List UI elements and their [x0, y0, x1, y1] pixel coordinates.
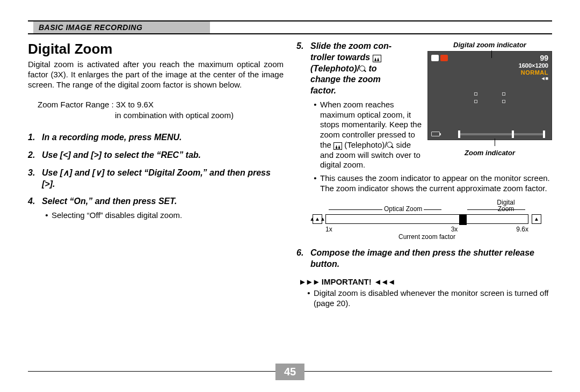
- right-key-icon: >: [45, 179, 49, 188]
- focus-bracket-icon: [474, 92, 477, 96]
- up-key-icon: ∧: [63, 168, 69, 177]
- camera-screen: 99 1600×1200 NORMAL ◄■: [427, 51, 552, 140]
- screen-mode-icons: [431, 55, 448, 61]
- intro-paragraph: Digital zoom is activated after you reac…: [28, 60, 284, 90]
- scale-96x: 9.6x: [516, 226, 528, 233]
- scale-3x: 3x: [451, 226, 458, 233]
- screen-figure: Digital zoom indicator 99 1600×1200: [427, 41, 552, 172]
- screen-top-right: 99 1600×1200 NORMAL ◄■: [519, 54, 548, 82]
- step-4: 4. Select “On,” and then press SET. Sele…: [28, 196, 284, 223]
- right-column: 5. Slide the zoom con- troller towards (…: [296, 41, 552, 311]
- zoom-bar: [325, 214, 528, 224]
- step-5-text: Slide the zoom con- troller towards (Tel…: [310, 41, 423, 172]
- digital-zoom-label: Digital Zoom: [491, 199, 521, 213]
- important-heading: ►►► IMPORTANT! ◄◄◄: [299, 277, 552, 286]
- step-5-bullet-2: This causes the zoom indicator to appear…: [310, 173, 552, 194]
- focus-bracket-icon: [474, 100, 477, 103]
- focus-bracket-icon: [502, 100, 505, 103]
- down-key-icon: ∨: [95, 168, 102, 177]
- scale-1x: 1x: [325, 226, 332, 233]
- page-number: 45: [276, 364, 305, 380]
- arrow-left-icon: ◄◄◄: [374, 277, 395, 286]
- steps-list-left: 1. In a recording mode, press MENU. 2. U…: [28, 132, 284, 223]
- two-column-content: Digital Zoom Digital zoom is activated a…: [28, 41, 552, 311]
- shots-remaining: 99: [519, 54, 548, 62]
- step-2: 2. Use [<] and [>] to select the “REC” t…: [28, 150, 284, 161]
- screen-small-icon: ◄■: [519, 76, 548, 81]
- zoom-scale: 1x 3x 9.6x: [325, 226, 528, 233]
- step-1: 1. In a recording mode, press MENU.: [28, 132, 284, 143]
- dz-indicator-label: Digital zoom indicator: [427, 41, 552, 50]
- steps-list-right: 5. Slide the zoom con- troller towards (…: [296, 41, 552, 196]
- step-6: 6. Compose the image and then press the …: [296, 248, 552, 270]
- step-5-bullet-1: When zoom reaches maximum optical zoom, …: [310, 100, 423, 170]
- zoom-range-block: Zoom Factor Range 3X to 9.6X in combinat…: [38, 99, 284, 120]
- range-label: Zoom Factor Range: [38, 99, 116, 110]
- zoom-indicator-label: Zoom indicator: [427, 149, 552, 158]
- steps-list-right-2: 6. Compose the image and then press the …: [296, 248, 552, 270]
- focus-bracket-icon: [502, 92, 505, 96]
- dz-indicator-icon: [440, 55, 448, 61]
- magnifier-icon: [387, 142, 394, 149]
- zoom-cursor: [459, 214, 467, 225]
- section-title: BASIC IMAGE RECORDING: [33, 21, 210, 33]
- zoom-range-diagram: Optical Zoom Digital Zoom ▲▲▲ ▲ 1x 3x 9.…: [313, 206, 541, 240]
- resolution: 1600×1200: [519, 62, 548, 69]
- wide-icon: ▲▲▲: [313, 214, 322, 224]
- important-bullet: Digital zoom is disabled whenever the mo…: [304, 288, 552, 309]
- arrow-right-icon: ►►►: [299, 277, 320, 286]
- telephoto-icon: [373, 55, 381, 62]
- quality: NORMAL: [519, 69, 548, 76]
- left-column: Digital Zoom Digital zoom is activated a…: [28, 41, 284, 311]
- screen-zoom-bar: [458, 133, 545, 135]
- range-sub: in combination with optical zoom): [115, 110, 284, 121]
- section-header: BASIC IMAGE RECORDING: [28, 20, 552, 34]
- mode-icon: [431, 55, 439, 61]
- step-3: 3. Use [∧] and [∨] to select “Digital Zo…: [28, 168, 284, 190]
- step-4-bullet: Selecting “Off” disables digital zoom.: [42, 210, 284, 221]
- optical-zoom-label: Optical Zoom: [382, 206, 424, 212]
- tele-icon: ▲: [532, 214, 541, 224]
- battery-icon: [431, 132, 440, 136]
- telephoto-icon: [334, 142, 342, 150]
- current-zoom-label: Current zoom factor: [313, 234, 541, 240]
- right-key-icon: >: [93, 150, 98, 159]
- range-value: 3X to 9.6X: [116, 99, 154, 110]
- page-title: Digital Zoom: [28, 41, 284, 57]
- step-5: 5. Slide the zoom con- troller towards (…: [296, 41, 552, 196]
- magnifier-icon: [359, 66, 366, 72]
